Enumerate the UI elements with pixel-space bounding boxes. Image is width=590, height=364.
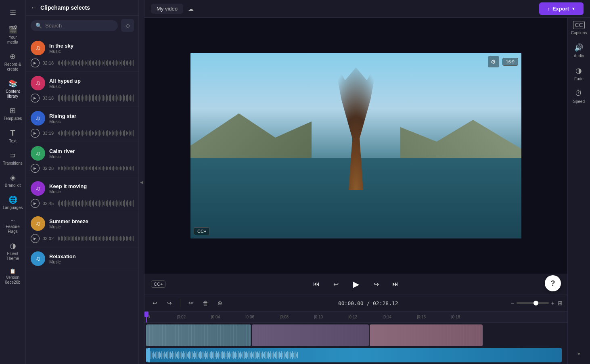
music-item[interactable]: ♫ Keep it moving Music ▶ 02:45 — [26, 177, 138, 212]
diamond-filter-button[interactable]: ◇ — [121, 19, 134, 32]
sidebar-item-version[interactable]: 📋 Version0ece20b — [2, 265, 24, 288]
zoom-thumb — [534, 301, 538, 305]
track-name: All hyped up — [49, 78, 134, 84]
track-play-button[interactable]: ▶ — [31, 164, 40, 173]
track-category: Music — [49, 84, 134, 89]
audio-track — [146, 348, 567, 362]
track-info: Rising star Music — [49, 113, 134, 124]
export-button[interactable]: ↑ Export ▼ — [539, 2, 584, 15]
zoom-out-button[interactable]: − — [511, 300, 514, 306]
video-settings-button[interactable]: ⚙ — [488, 56, 499, 67]
track-avatar: ♫ — [31, 251, 45, 266]
track-controls: ▶ 02:18 — [31, 59, 134, 67]
audio-icon: 🔊 — [574, 43, 583, 52]
track-waveform — [58, 235, 134, 242]
playback-controls: CC+ ⏮ ↩ ▶ ↪ ⏭ ⛶ — [144, 274, 567, 295]
search-input[interactable] — [45, 23, 113, 29]
music-item[interactable]: ♫ All hyped up Music ▶ 03:18 — [26, 72, 138, 107]
track-name: Calm river — [49, 148, 134, 154]
help-button[interactable]: ? — [545, 275, 561, 291]
sidebar-item-templates[interactable]: ⊞ Templates — [2, 103, 24, 124]
sidebar-item-fluent-theme[interactable]: ◑ FluentTheme — [2, 238, 24, 264]
music-item[interactable]: ♫ Calm river Music ▶ 02:28 — [26, 142, 138, 177]
hamburger-icon[interactable]: ☰ — [5, 3, 21, 22]
ruler-mark-12: |0:12 — [348, 315, 357, 319]
right-panel-captions[interactable]: CC Captions — [571, 21, 587, 35]
play-pause-button[interactable]: ▶ — [349, 277, 363, 291]
right-panel-speed[interactable]: ⏱ Speed — [573, 89, 585, 104]
timeline-area: ↩ ↪ ✂ 🗑 ⊕ 00:00.00 / 02:28.12 − — [144, 295, 567, 364]
right-panel-audio[interactable]: 🔊 Audio — [574, 43, 584, 58]
sidebar-item-record-create[interactable]: ⊕ Record &create — [2, 49, 24, 75]
track-info: Calm river Music — [49, 148, 134, 159]
video-clip-2[interactable] — [252, 324, 369, 346]
sidebar-item-text[interactable]: T Text — [2, 125, 24, 147]
sidebar-item-brand-kit[interactable]: ◈ Brand kit — [2, 170, 24, 191]
rewind-button[interactable]: ↩ — [329, 278, 342, 291]
skip-back-button[interactable]: ⏮ — [310, 278, 323, 291]
sidebar-item-content-library[interactable]: 📚 Contentlibrary — [2, 76, 24, 102]
fade-icon: ◑ — [575, 66, 582, 75]
feature-flags-icon: ··· — [10, 218, 15, 223]
right-panel-fade[interactable]: ◑ Fade — [574, 66, 584, 81]
video-clip-3[interactable] — [370, 324, 483, 346]
undo-button[interactable]: ↩ — [149, 297, 161, 309]
delete-button[interactable]: 🗑 — [200, 297, 211, 309]
track-waveform — [58, 200, 134, 207]
fade-label: Fade — [574, 77, 584, 81]
collapse-right-panel-button[interactable]: ▼ — [577, 351, 582, 357]
audio-waveform — [151, 351, 298, 359]
zoom-slider[interactable] — [517, 302, 549, 304]
brand-kit-label: Brand kit — [5, 183, 21, 188]
timeline-ruler[interactable]: 0 |0:02 |0:04 |0:06 |0:08 |0:10 |0:12 |0… — [144, 312, 567, 323]
audio-label: Audio — [574, 54, 584, 58]
video-clip-1[interactable] — [146, 324, 251, 346]
your-media-icon: 🎬 — [8, 25, 17, 34]
track-avatar: ♫ — [31, 181, 45, 196]
project-tab[interactable]: My video — [151, 4, 183, 14]
zoom-in-button[interactable]: + — [551, 300, 554, 306]
sidebar-item-your-media[interactable]: 🎬 Your media — [2, 22, 24, 48]
track-avatar: ♫ — [31, 146, 45, 161]
templates-icon: ⊞ — [10, 106, 16, 115]
record-create-label: Record &create — [4, 62, 21, 72]
track-play-button[interactable]: ▶ — [31, 59, 40, 67]
music-item[interactable]: ♫ Relaxation Music — [26, 247, 138, 271]
track-play-button[interactable]: ▶ — [31, 94, 40, 103]
ruler-mark-06: |0:06 — [245, 315, 254, 319]
skip-forward-button[interactable]: ⏭ — [389, 278, 402, 291]
track-play-button[interactable]: ▶ — [31, 199, 40, 208]
captions-button[interactable]: CC+ — [151, 280, 165, 288]
redo-button[interactable]: ↪ — [164, 297, 175, 309]
time-separator: / — [366, 300, 373, 306]
track-duration: 02:45 — [43, 201, 55, 206]
cloud-save-icon[interactable]: ☁ — [188, 6, 194, 12]
project-name: My video — [157, 6, 178, 12]
panel-collapse-button[interactable]: ◀ — [139, 0, 144, 364]
languages-icon: 🌐 — [8, 195, 17, 204]
export-chevron-icon: ▼ — [571, 6, 575, 11]
expand-timeline-button[interactable]: ⊞ — [558, 300, 563, 306]
speed-label: Speed — [573, 99, 585, 104]
track-play-button[interactable]: ▶ — [31, 129, 40, 138]
transitions-label: Transitions — [3, 161, 23, 166]
back-button[interactable]: ← — [31, 4, 37, 11]
track-play-button[interactable]: ▶ — [31, 234, 40, 243]
sidebar-item-languages[interactable]: 🌐 Languages — [2, 192, 24, 213]
captions-overlay-button[interactable]: CC+ — [194, 227, 210, 235]
music-list: ♫ In the sky Music ▶ 02:18 ♫ All hyped u… — [26, 35, 138, 364]
music-item[interactable]: ♫ Summer breeze Music ▶ 03:02 — [26, 212, 138, 247]
audio-clip[interactable] — [146, 348, 562, 362]
track-category: Music — [49, 119, 134, 124]
lock-button[interactable]: ⊕ — [214, 297, 226, 309]
sidebar-item-feature-flags[interactable]: ··· FeatureFlags — [2, 214, 24, 237]
cut-button[interactable]: ✂ — [185, 297, 197, 309]
sidebar-item-transitions[interactable]: ⊃ Transitions — [2, 148, 24, 169]
export-up-icon: ↑ — [547, 6, 550, 12]
version-label: Version0ece20b — [5, 275, 20, 285]
music-item[interactable]: ♫ Rising star Music ▶ 03:19 — [26, 107, 138, 142]
fast-forward-button[interactable]: ↪ — [370, 278, 383, 291]
video-preview: ⚙ 16:9 CC+ — [144, 18, 567, 274]
music-item[interactable]: ♫ In the sky Music ▶ 02:18 — [26, 37, 138, 72]
aspect-ratio-button[interactable]: 16:9 — [502, 58, 518, 66]
